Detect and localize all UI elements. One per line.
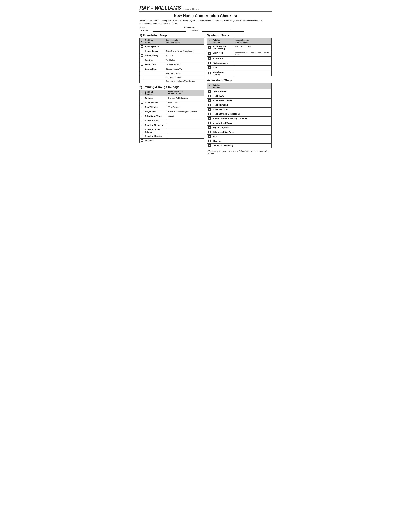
table-row: Footings Vinyl Siding: [140, 58, 204, 63]
table-row: Brick/Stone Veneer Carpet: [140, 114, 204, 119]
process-item: Deck & Porches: [212, 89, 271, 94]
table-row: Vinyl/Ceramic Flooring: [207, 70, 271, 76]
table-row: Deck & Porches: [207, 89, 271, 94]
selection-item: [234, 61, 271, 66]
checkbox[interactable]: [141, 68, 143, 70]
checkbox[interactable]: [141, 97, 143, 99]
checkbox[interactable]: [141, 55, 143, 57]
checkbox[interactable]: [208, 135, 211, 138]
logo-custom: Custom Homes: [183, 8, 200, 11]
process-item: Finish Electrical: [212, 107, 271, 112]
selection-item: Kitchen Counter Top: [165, 67, 204, 72]
checkbox[interactable]: [208, 72, 211, 74]
table-row: Kitchen cabinets: [207, 61, 271, 66]
process-item: Roof Shingles: [144, 105, 167, 110]
interior-table: ✓ BuildingProcess these selectionsmust b…: [207, 38, 271, 76]
checkbox[interactable]: [208, 95, 211, 97]
process-item: Land Clearing: [144, 54, 165, 58]
selection-item: Vinyl Flooring: [167, 105, 204, 110]
checkbox[interactable]: [208, 90, 211, 93]
checkbox[interactable]: [141, 102, 143, 104]
name-underline[interactable]: [148, 27, 180, 29]
checkbox[interactable]: [141, 64, 143, 66]
checkbox[interactable]: [208, 131, 211, 133]
logo-star: ▲: [150, 5, 154, 10]
checkbox[interactable]: [141, 106, 143, 108]
table-row: Gas Fireplace Light Fixtures: [140, 101, 204, 105]
logo-williams: WILLIAMS: [155, 5, 181, 11]
checkbox[interactable]: [208, 126, 211, 129]
form-line-name: Name: Subdivision:: [140, 27, 271, 29]
table-row: Framing Phone & Cable Location: [140, 96, 204, 101]
checkbox[interactable]: [141, 135, 143, 137]
checkbox[interactable]: [141, 59, 143, 61]
checkbox[interactable]: [141, 130, 143, 132]
table-row: Finish Plumbing: [207, 103, 271, 107]
interior-check-header: ✓: [207, 38, 212, 45]
selection-item: [167, 134, 204, 139]
foundation-table: ✓ BuildingProcess these selectionsmust b…: [140, 38, 204, 83]
finishing-check-header: ✓: [207, 83, 212, 89]
checkbox[interactable]: [208, 52, 211, 55]
process-item: Kitchen cabinets: [212, 61, 234, 66]
foundation-process-header: BuildingProcess: [144, 38, 165, 45]
foundation-selection-header: these selectionsmust be made...: [165, 38, 204, 45]
checkbox[interactable]: [208, 104, 211, 106]
checkbox[interactable]: [208, 99, 211, 102]
checkbox[interactable]: [141, 124, 143, 126]
selection-item: Brick / Stone Veneer (if applicable): [165, 49, 204, 54]
finishing-title: 4) Finishing Stage: [207, 79, 271, 82]
table-row: Plumbing Fixtures: [140, 72, 204, 76]
table-row: Insulation: [140, 139, 204, 143]
table-row: Rough In HVAC: [140, 119, 204, 123]
checkbox[interactable]: [208, 140, 211, 142]
foundation-check-header: ✓: [140, 38, 144, 45]
section-finishing: 4) Finishing Stage ✓ BuildingProcess Dec…: [207, 79, 271, 155]
selection-item: Fireplace Surround: [165, 76, 204, 79]
table-row: Roof Shingles Vinyl Flooring: [140, 105, 204, 110]
table-row: Install StandardOak Flooring Interior Pa…: [207, 45, 271, 51]
checkbox[interactable]: [208, 47, 211, 49]
checkbox[interactable]: [141, 111, 143, 113]
checkbox[interactable]: [208, 113, 211, 115]
framing-title: 2) Framing & Rough-In Stage: [140, 86, 204, 89]
table-row: Finish Electrical: [207, 107, 271, 112]
checkbox[interactable]: [208, 122, 211, 124]
checkbox[interactable]: [141, 46, 143, 48]
table-row: Land Clearing Roof color: [140, 54, 204, 58]
table-row: Clean Up: [207, 139, 271, 144]
logo-area: RAY ▲ WILLIAMS Custom Homes: [140, 5, 271, 11]
process-item: Sheet-rock: [212, 51, 234, 57]
checkbox[interactable]: [141, 120, 143, 122]
table-row: SOD: [207, 135, 271, 139]
main-content: 1) Foundation Stage ✓ BuildingProcess th…: [140, 34, 271, 155]
table-row: House Staking Brick / Stone Veneer (if a…: [140, 49, 204, 54]
process-item: Finish Plumbing: [212, 103, 271, 107]
lot-underline[interactable]: [153, 29, 186, 32]
section-framing: 2) Framing & Rough-In Stage ✓ BuildingPr…: [140, 86, 204, 143]
process-item: Irrigation System: [212, 126, 271, 130]
process-item: Insulate Crawl Space: [212, 121, 271, 126]
checkbox[interactable]: [208, 57, 211, 60]
checkbox[interactable]: [208, 62, 211, 64]
checkbox[interactable]: [208, 66, 211, 69]
table-row: Paint: [207, 66, 271, 70]
checkbox[interactable]: [208, 144, 211, 147]
process-item: Clean Up: [212, 139, 271, 144]
table-row: Finish HAVC: [207, 94, 271, 98]
logo-ray: RAY: [140, 5, 149, 11]
process-item: Sidewalks, Drive Ways: [212, 130, 271, 135]
selection-item: [165, 45, 204, 49]
checkbox[interactable]: [141, 115, 143, 117]
subdivision-underline[interactable]: [197, 27, 230, 29]
plan-underline[interactable]: [202, 29, 244, 32]
checkbox[interactable]: [141, 139, 143, 142]
checkbox[interactable]: [208, 108, 211, 111]
process-item: House Staking: [144, 49, 165, 54]
process-item: [144, 72, 165, 76]
selection-item: [167, 139, 204, 143]
table-row: Finish Standard Oak Flooring: [207, 112, 271, 116]
checkbox[interactable]: [208, 117, 211, 120]
process-item: Certificate Occupancy: [212, 144, 271, 148]
checkbox[interactable]: [141, 50, 143, 52]
